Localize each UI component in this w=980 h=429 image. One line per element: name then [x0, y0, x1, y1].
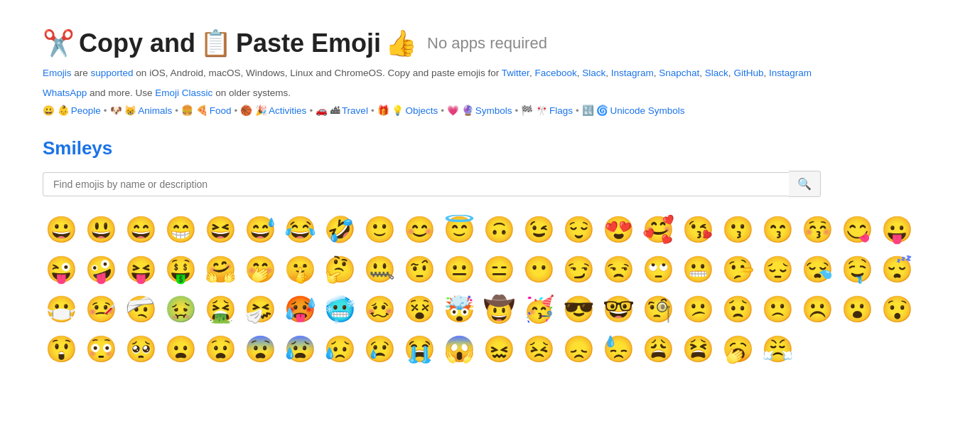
emoji-item[interactable]: 😊 [401, 211, 438, 248]
emoji-item[interactable]: 😇 [441, 211, 478, 248]
emoji-item[interactable]: 😦 [162, 331, 199, 368]
emoji-item[interactable]: 😘 [679, 211, 716, 248]
emoji-item[interactable]: 🥰 [640, 211, 677, 248]
snapchat-link[interactable]: Snapchat [659, 68, 699, 78]
emoji-item[interactable]: 🤣 [321, 211, 358, 248]
instagram-link2[interactable]: Instagram [769, 68, 812, 78]
emoji-item[interactable]: 🤓 [600, 291, 637, 328]
emoji-item[interactable]: 😓 [600, 331, 637, 368]
emoji-item[interactable]: 😬 [679, 251, 716, 288]
nav-flags-link[interactable]: Flags [549, 105, 573, 116]
instagram-link1[interactable]: Instagram [611, 68, 654, 78]
emoji-item[interactable]: 😅 [242, 211, 279, 248]
nav-objects-link[interactable]: Objects [405, 105, 438, 116]
emoji-item[interactable]: 😭 [401, 331, 438, 368]
emoji-item[interactable]: 🤐 [361, 251, 398, 288]
emoji-item[interactable]: 🤔 [321, 251, 358, 288]
emoji-item[interactable]: 😃 [82, 211, 119, 248]
emoji-item[interactable]: 🥴 [361, 291, 398, 328]
emoji-item[interactable]: ☹️ [799, 291, 836, 328]
nav-unicode-link[interactable]: Unicode Symbols [610, 105, 684, 116]
whatsapp-link[interactable]: WhatsApp [43, 88, 87, 98]
emoji-item[interactable]: 🤢 [162, 291, 199, 328]
emoji-item[interactable]: 😑 [480, 251, 517, 288]
emoji-item[interactable]: 😲 [43, 331, 80, 368]
emoji-item[interactable]: 😶 [520, 251, 557, 288]
nav-people-link[interactable]: People [71, 105, 101, 116]
nav-travel-link[interactable]: Travel [342, 105, 368, 116]
search-input[interactable] [43, 172, 789, 196]
emoji-item[interactable]: 🤫 [281, 251, 318, 288]
slack-link2[interactable]: Slack [705, 68, 728, 78]
nav-animals-link[interactable]: Animals [138, 105, 172, 116]
emoji-item[interactable]: 😝 [122, 251, 159, 288]
emoji-item[interactable]: 😴 [878, 251, 915, 288]
emoji-item[interactable]: 😚 [799, 211, 836, 248]
emoji-item[interactable]: 🤯 [441, 291, 478, 328]
emoji-item[interactable]: 😎 [560, 291, 597, 328]
emoji-item[interactable]: 😟 [719, 291, 756, 328]
emoji-item[interactable]: 😗 [719, 211, 756, 248]
emoji-item[interactable]: 😤 [759, 331, 796, 368]
emoji-item[interactable]: 😰 [281, 331, 318, 368]
facebook-link[interactable]: Facebook [534, 68, 576, 78]
emoji-item[interactable]: 😧 [202, 331, 239, 368]
twitter-link[interactable]: Twitter [502, 68, 529, 78]
emoji-classic-link[interactable]: Emoji Classic [155, 88, 212, 98]
emoji-item[interactable]: 😱 [441, 331, 478, 368]
emoji-item[interactable]: 😏 [560, 251, 597, 288]
emoji-item[interactable]: 😀 [43, 211, 80, 248]
emoji-item[interactable]: 😛 [878, 211, 915, 248]
emoji-item[interactable]: 😌 [560, 211, 597, 248]
emoji-item[interactable]: 😂 [281, 211, 318, 248]
emoji-item[interactable]: 🥺 [122, 331, 159, 368]
emoji-item[interactable]: 🥱 [719, 331, 756, 368]
emoji-item[interactable]: 😙 [759, 211, 796, 248]
github-link[interactable]: GitHub [733, 68, 763, 78]
nav-activities-link[interactable]: Activities [269, 105, 306, 116]
emoji-item[interactable]: 😐 [441, 251, 478, 288]
nav-symbols-link[interactable]: Symbols [475, 105, 512, 116]
emoji-item[interactable]: 😆 [202, 211, 239, 248]
emoji-item[interactable]: 😖 [480, 331, 517, 368]
emoji-item[interactable]: 🤗 [202, 251, 239, 288]
emoji-item[interactable]: 🙁 [759, 291, 796, 328]
emoji-item[interactable]: 😍 [600, 211, 637, 248]
emoji-item[interactable]: 🤨 [401, 251, 438, 288]
emoji-item[interactable]: 😒 [600, 251, 637, 288]
supported-link[interactable]: supported [91, 68, 134, 78]
emoji-item[interactable]: 😣 [520, 331, 557, 368]
emoji-item[interactable]: 🤧 [242, 291, 279, 328]
emoji-item[interactable]: 🤪 [82, 251, 119, 288]
emoji-item[interactable]: 🤕 [122, 291, 159, 328]
emoji-item[interactable]: 😜 [43, 251, 80, 288]
emoji-item[interactable]: 😨 [242, 331, 279, 368]
emoji-item[interactable]: 😯 [878, 291, 915, 328]
emoji-item[interactable]: 😕 [679, 291, 716, 328]
emoji-item[interactable]: 🤭 [242, 251, 279, 288]
emoji-item[interactable]: 😳 [82, 331, 119, 368]
emoji-item[interactable]: 😩 [640, 331, 677, 368]
emoji-item[interactable]: 😔 [759, 251, 796, 288]
emoji-item[interactable]: 😋 [839, 211, 876, 248]
emoji-item[interactable]: 🙂 [361, 211, 398, 248]
emoji-item[interactable]: 🥶 [321, 291, 358, 328]
emoji-item[interactable]: 😷 [43, 291, 80, 328]
emoji-item[interactable]: 😮 [839, 291, 876, 328]
emoji-item[interactable]: 🤤 [839, 251, 876, 288]
emoji-item[interactable]: 😄 [122, 211, 159, 248]
emoji-item[interactable]: 😥 [321, 331, 358, 368]
emoji-item[interactable]: 😢 [361, 331, 398, 368]
emoji-item[interactable]: 🥵 [281, 291, 318, 328]
emoji-item[interactable]: 🤥 [719, 251, 756, 288]
emoji-item[interactable]: 🥳 [520, 291, 557, 328]
emoji-item[interactable]: 🤒 [82, 291, 119, 328]
emoji-item[interactable]: 🙃 [480, 211, 517, 248]
search-button[interactable]: 🔍 [789, 171, 821, 197]
emoji-item[interactable]: 😫 [679, 331, 716, 368]
emoji-item[interactable]: 🤑 [162, 251, 199, 288]
emojis-link[interactable]: Emojis [43, 68, 72, 78]
emoji-item[interactable]: 😪 [799, 251, 836, 288]
emoji-item[interactable]: 🙄 [640, 251, 677, 288]
emoji-item[interactable]: 😞 [560, 331, 597, 368]
